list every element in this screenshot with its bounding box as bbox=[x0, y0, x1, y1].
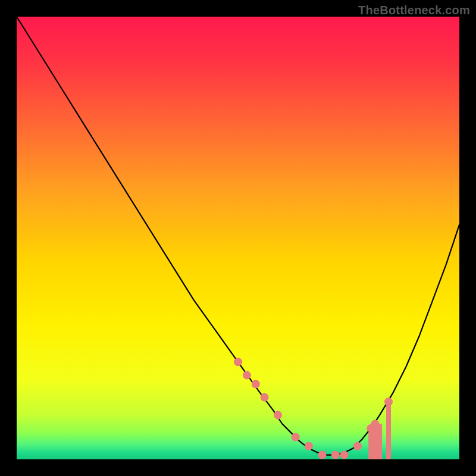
highlight-marker bbox=[318, 451, 326, 459]
highlight-marker bbox=[234, 358, 242, 366]
highlight-marker bbox=[331, 451, 340, 459]
plot-svg bbox=[0, 0, 476, 476]
highlight-marker bbox=[261, 393, 269, 402]
highlight-marker bbox=[243, 371, 251, 380]
highlight-marker bbox=[305, 442, 313, 450]
highlight-bar bbox=[386, 402, 391, 459]
highlight-marker bbox=[384, 397, 393, 406]
chart-stage: TheBottleneck.com bbox=[0, 0, 476, 476]
highlight-marker bbox=[340, 451, 349, 459]
highlight-marker bbox=[274, 411, 282, 419]
highlight-bar bbox=[377, 424, 382, 460]
highlight-marker bbox=[252, 380, 260, 389]
watermark-text: TheBottleneck.com bbox=[358, 4, 470, 17]
highlight-marker bbox=[371, 420, 380, 428]
highlight-marker bbox=[292, 433, 300, 441]
highlight-bar bbox=[368, 428, 373, 459]
highlight-marker bbox=[353, 442, 362, 450]
